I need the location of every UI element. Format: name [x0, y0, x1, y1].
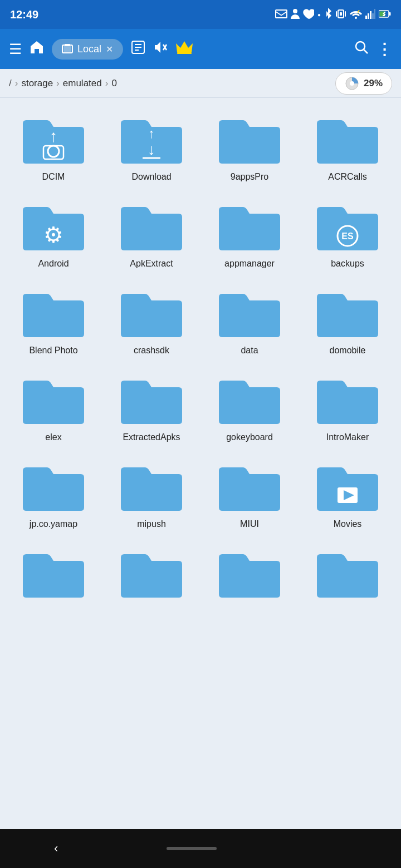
folder-item-movies[interactable]: Movies [299, 451, 397, 537]
folder-icon-download: ↑↓ [118, 111, 185, 167]
folder-label-9appspro: 9appsPro [231, 171, 269, 183]
folder-item-9appspro[interactable]: 9appsPro [200, 103, 299, 190]
breadcrumb-sep-1: › [15, 78, 18, 89]
svg-text:⚙: ⚙ [43, 223, 63, 247]
person-icon [291, 8, 300, 21]
folder-label-extractedapks: ExtractedApks [123, 432, 180, 443]
wifi-icon [350, 9, 362, 21]
home-pill[interactable] [167, 847, 217, 850]
folder-item-appmanager[interactable]: appmanager [200, 190, 299, 277]
folder-label-android: Android [38, 258, 69, 269]
folder-label-backups: backups [331, 258, 364, 269]
svg-point-24 [356, 42, 365, 51]
folder-item-more4[interactable] [299, 537, 397, 613]
folder-icon-elex [20, 372, 87, 427]
folder-item-intromaker[interactable]: IntroMaker [299, 364, 397, 451]
folder-icon-android: ⚙ [20, 198, 87, 254]
breadcrumb-storage[interactable]: storage [21, 78, 53, 89]
folder-label-jp_co_yamap: jp.co.yamap [30, 519, 77, 530]
bluetooth-icon [324, 8, 332, 22]
svg-line-25 [364, 50, 368, 53]
folder-icon-more4 [314, 545, 381, 601]
folder-grid: ↑DCIM↑↓Download9appsProACRCalls⚙AndroidA… [0, 98, 401, 619]
folder-icon-dcim: ↑ [20, 111, 87, 167]
folder-icon-intromaker [314, 372, 381, 427]
breadcrumb-sep-3: › [105, 78, 109, 89]
local-tab[interactable]: Local ✕ [52, 39, 123, 60]
folder-item-acrcalls[interactable]: ACRCalls [299, 103, 397, 190]
folder-item-backups[interactable]: ESbackups [299, 190, 397, 277]
battery-icon [379, 10, 391, 19]
svg-text:↓: ↓ [148, 141, 155, 158]
folder-item-extractedapks[interactable]: ExtractedApks [102, 364, 200, 451]
svg-rect-6 [365, 16, 367, 19]
folder-icon-more1 [20, 545, 87, 601]
breadcrumb-emulated[interactable]: emulated [63, 78, 102, 89]
svg-text:ES: ES [341, 231, 354, 241]
folder-item-more3[interactable] [200, 537, 299, 613]
signal-icon [365, 9, 375, 21]
folder-item-crashsdk[interactable]: crashsdk [102, 277, 200, 364]
folder-icon-data [216, 285, 283, 341]
svg-rect-9 [372, 13, 374, 19]
folder-label-appmanager: appmanager [224, 258, 275, 269]
back-button[interactable]: ‹ [54, 841, 58, 856]
folder-item-domobile[interactable]: domobile [299, 277, 397, 364]
home-button[interactable] [30, 40, 44, 58]
folder-icon-extractedapks [118, 372, 185, 427]
tab-close-button[interactable]: ✕ [106, 44, 113, 55]
folder-icon-acrcalls [314, 111, 381, 167]
folder-icon-movies [314, 458, 381, 514]
svg-point-5 [355, 17, 357, 19]
folder-icon-backups: ES [314, 198, 381, 254]
folder-item-more1[interactable] [4, 537, 102, 613]
svg-text:↑: ↑ [148, 126, 155, 141]
folder-icon-9appspro [216, 111, 283, 167]
breadcrumb-folder[interactable]: 0 [111, 78, 116, 89]
folder-label-acrcalls: ACRCalls [328, 171, 366, 183]
svg-rect-4 [345, 11, 346, 17]
folder-icon-domobile [314, 285, 381, 341]
gmail-icon [275, 9, 287, 20]
folder-item-download[interactable]: ↑↓Download [102, 103, 200, 190]
folder-item-gokeyboard[interactable]: gokeyboard [200, 364, 299, 451]
folder-label-gokeyboard: gokeyboard [226, 432, 273, 443]
status-bar: 12:49 ● [0, 0, 401, 29]
svg-point-0 [293, 9, 297, 13]
folder-label-data: data [241, 345, 258, 356]
folder-icon-gokeyboard [216, 372, 283, 427]
folder-item-jp_co_yamap[interactable]: jp.co.yamap [4, 451, 102, 537]
folder-icon-miui [216, 458, 283, 514]
toolbar: ☰ Local ✕ [0, 29, 401, 69]
mute-button[interactable] [153, 40, 168, 58]
status-icons: ● [275, 8, 391, 22]
svg-rect-3 [336, 11, 337, 17]
folder-label-intromaker: IntroMaker [326, 432, 369, 443]
folder-item-apkextract[interactable]: ApkExtract [102, 190, 200, 277]
folder-label-domobile: domobile [330, 345, 366, 356]
folder-icon-more3 [216, 545, 283, 601]
svg-text:↑: ↑ [50, 127, 58, 145]
folder-item-mipush[interactable]: mipush [102, 451, 200, 537]
folder-item-android[interactable]: ⚙Android [4, 190, 102, 277]
vibrate-icon [335, 8, 346, 21]
folder-item-miui[interactable]: MIUI [200, 451, 299, 537]
folder-item-elex[interactable]: elex [4, 364, 102, 451]
breadcrumb-bar: / › storage › emulated › 0 29% [0, 69, 401, 98]
svg-rect-2 [340, 12, 342, 16]
search-button[interactable] [354, 40, 369, 58]
more-options-button[interactable]: ⋮ [376, 40, 392, 58]
svg-point-27 [350, 81, 354, 86]
pie-chart-icon [345, 76, 359, 91]
notification-dot: ● [317, 12, 321, 18]
heart-icon [303, 9, 314, 21]
folder-item-data[interactable]: data [200, 277, 299, 364]
folder-item-more2[interactable] [102, 537, 200, 613]
folder-item-blendphoto[interactable]: Blend Photo [4, 277, 102, 364]
folder-item-dcim[interactable]: ↑DCIM [4, 103, 102, 190]
menu-button[interactable]: ☰ [9, 41, 22, 58]
svg-rect-8 [370, 11, 371, 19]
breadcrumb-root[interactable]: / [9, 78, 12, 89]
svg-rect-15 [63, 46, 71, 52]
remote-tab-button[interactable] [131, 40, 145, 58]
